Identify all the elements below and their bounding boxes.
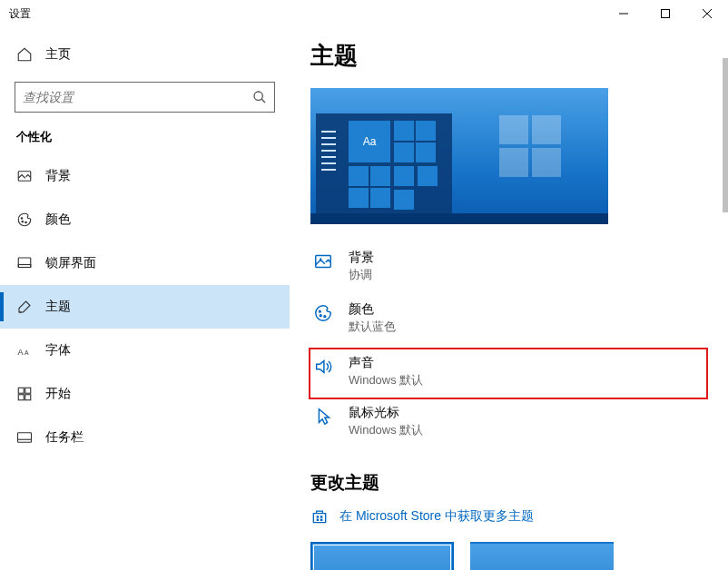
search-icon [252, 90, 267, 104]
setting-sub: Windows 默认 [349, 372, 423, 388]
home-icon [16, 46, 33, 63]
minimize-button[interactable] [603, 0, 644, 27]
setting-title: 背景 [349, 250, 374, 266]
window-title: 设置 [9, 6, 31, 22]
sidebar-item-colors[interactable]: 颜色 [0, 198, 290, 241]
sidebar-item-label: 开始 [45, 386, 71, 402]
svg-point-4 [254, 92, 262, 100]
svg-point-24 [324, 316, 326, 318]
svg-text:A: A [18, 348, 24, 357]
setting-sound[interactable]: 声音 Windows 默认 [309, 348, 708, 399]
svg-rect-25 [317, 516, 320, 518]
svg-point-9 [25, 221, 27, 223]
svg-point-21 [320, 258, 321, 260]
svg-point-22 [319, 310, 320, 312]
image-icon [16, 168, 33, 184]
theme-thumb-2[interactable] [470, 542, 614, 570]
setting-background[interactable]: 背景 协调 [310, 244, 708, 296]
svg-rect-15 [25, 388, 31, 393]
close-icon [703, 9, 712, 18]
maximize-icon [661, 9, 670, 18]
svg-rect-18 [18, 433, 32, 443]
speaker-icon [310, 355, 336, 377]
picture-icon [310, 250, 336, 271]
sidebar-item-label: 背景 [45, 168, 71, 184]
maximize-button[interactable] [644, 0, 686, 27]
theme-thumbnails [310, 542, 708, 570]
search-box[interactable] [15, 82, 275, 113]
sidebar-item-start[interactable]: 开始 [0, 372, 290, 416]
page-title: 主题 [310, 40, 708, 72]
search-input[interactable] [23, 90, 252, 104]
svg-rect-10 [18, 258, 31, 268]
home-label: 主页 [45, 46, 71, 63]
setting-sub: 默认蓝色 [349, 319, 396, 335]
svg-point-7 [21, 218, 23, 220]
theme-thumb-1[interactable] [310, 542, 454, 570]
svg-rect-14 [18, 388, 24, 393]
home-link[interactable]: 主页 [0, 36, 290, 73]
sidebar: 主页 个性化 背景 颜色 锁屏界面 主题 AA 字体 [0, 27, 290, 570]
preview-start-menu: Aa [316, 113, 452, 213]
scrollbar-thumb[interactable] [723, 58, 728, 212]
close-button[interactable] [686, 0, 728, 27]
preview-tile: Aa [349, 121, 390, 162]
svg-text:A: A [25, 349, 29, 356]
store-link-label: 在 Microsoft Store 中获取更多主题 [339, 508, 534, 525]
setting-sub: 协调 [349, 267, 374, 283]
lockscreen-icon [16, 255, 33, 271]
sidebar-item-themes[interactable]: 主题 [0, 285, 290, 329]
section-label: 个性化 [0, 125, 290, 154]
svg-point-23 [320, 315, 321, 317]
sidebar-item-label: 锁屏界面 [45, 255, 96, 271]
change-theme-heading: 更改主题 [310, 471, 708, 495]
preview-taskbar [310, 213, 608, 224]
start-icon [16, 386, 33, 402]
svg-rect-11 [18, 265, 31, 268]
svg-rect-17 [25, 395, 31, 400]
taskbar-icon [16, 429, 33, 446]
svg-rect-28 [320, 519, 323, 522]
font-icon: AA [16, 342, 33, 359]
svg-point-8 [22, 221, 24, 223]
svg-rect-1 [662, 10, 670, 18]
sidebar-item-label: 颜色 [45, 211, 71, 228]
svg-rect-26 [320, 516, 323, 518]
svg-line-5 [261, 99, 265, 103]
store-icon [310, 507, 329, 526]
svg-rect-27 [317, 519, 320, 522]
palette-icon [310, 301, 336, 323]
windows-logo [499, 115, 563, 179]
titlebar: 设置 [0, 0, 728, 27]
setting-color[interactable]: 颜色 默认蓝色 [310, 296, 708, 348]
store-link[interactable]: 在 Microsoft Store 中获取更多主题 [310, 507, 708, 526]
sidebar-item-label: 字体 [45, 342, 71, 359]
theme-icon [16, 299, 33, 315]
setting-title: 颜色 [349, 301, 396, 318]
setting-cursor[interactable]: 鼠标光标 Windows 默认 [310, 399, 708, 451]
sidebar-item-fonts[interactable]: AA 字体 [0, 329, 290, 372]
minimize-icon [619, 9, 628, 18]
sidebar-item-taskbar[interactable]: 任务栏 [0, 416, 290, 459]
sidebar-item-background[interactable]: 背景 [0, 154, 290, 198]
setting-sub: Windows 默认 [349, 422, 423, 438]
sidebar-item-label: 主题 [45, 299, 71, 315]
setting-title: 声音 [349, 355, 423, 371]
setting-title: 鼠标光标 [349, 405, 423, 421]
content-pane: 主题 Aa 背景 协调 [290, 27, 728, 570]
sidebar-item-label: 任务栏 [45, 429, 84, 446]
svg-rect-16 [18, 395, 24, 400]
palette-icon [16, 211, 33, 228]
cursor-icon [310, 405, 336, 427]
theme-preview: Aa [310, 88, 608, 224]
sidebar-item-lockscreen[interactable]: 锁屏界面 [0, 241, 290, 285]
